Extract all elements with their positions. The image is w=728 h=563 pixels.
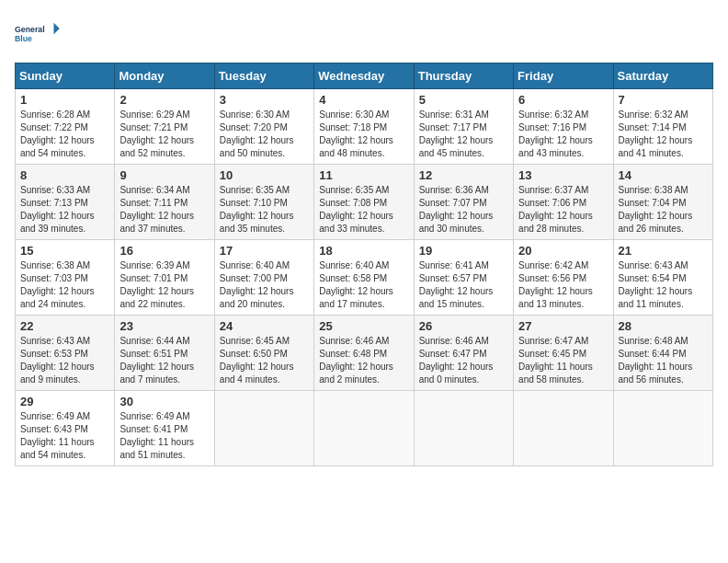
day-number: 10 [220, 168, 309, 182]
cell-sunset: Sunset: 7:17 PM [419, 121, 508, 134]
svg-text:General: General [15, 25, 45, 34]
calendar-cell: 28Sunrise: 6:48 AMSunset: 6:44 PMDayligh… [613, 316, 712, 391]
cell-sunset: Sunset: 7:08 PM [319, 197, 408, 210]
cell-sunset: Sunset: 6:56 PM [518, 272, 608, 285]
calendar-cell [514, 391, 613, 466]
day-number: 27 [518, 319, 608, 333]
cell-daylight: Daylight: 12 hours and 20 minutes. [220, 285, 309, 311]
calendar-cell: 15Sunrise: 6:38 AMSunset: 7:03 PMDayligh… [16, 240, 115, 316]
day-number: 12 [419, 168, 508, 182]
cell-sunset: Sunset: 6:44 PM [619, 348, 708, 361]
day-number: 29 [20, 395, 109, 408]
cell-sunset: Sunset: 7:14 PM [619, 121, 708, 134]
day-number: 17 [220, 244, 309, 258]
cell-sunrise: Sunrise: 6:43 AM [20, 335, 109, 348]
week-row-3: 15Sunrise: 6:38 AMSunset: 7:03 PMDayligh… [16, 240, 713, 316]
day-number: 25 [319, 319, 408, 333]
cell-sunset: Sunset: 7:07 PM [419, 197, 508, 210]
cell-sunset: Sunset: 7:10 PM [220, 197, 309, 210]
cell-sunrise: Sunrise: 6:47 AM [518, 335, 608, 348]
calendar-cell: 25Sunrise: 6:46 AMSunset: 6:48 PMDayligh… [314, 316, 414, 391]
calendar-cell: 4Sunrise: 6:30 AMSunset: 7:18 PMDaylight… [314, 89, 414, 165]
calendar-cell: 26Sunrise: 6:46 AMSunset: 6:47 PMDayligh… [414, 316, 513, 391]
day-number: 13 [518, 168, 608, 182]
cell-sunrise: Sunrise: 6:39 AM [119, 259, 209, 272]
logo: General Blue [15, 15, 61, 52]
col-header-sunday: Sunday [16, 63, 115, 89]
week-row-2: 8Sunrise: 6:33 AMSunset: 7:13 PMDaylight… [16, 165, 713, 240]
cell-sunset: Sunset: 7:01 PM [119, 272, 209, 285]
cell-sunset: Sunset: 6:54 PM [619, 272, 708, 285]
cell-daylight: Daylight: 12 hours and 26 minutes. [619, 210, 708, 236]
cell-daylight: Daylight: 12 hours and 33 minutes. [319, 210, 408, 236]
calendar-cell: 13Sunrise: 6:37 AMSunset: 7:06 PMDayligh… [514, 165, 613, 240]
cell-sunrise: Sunrise: 6:46 AM [419, 335, 508, 348]
day-number: 6 [518, 93, 608, 107]
col-header-friday: Friday [514, 63, 613, 89]
calendar-cell: 18Sunrise: 6:40 AMSunset: 6:58 PMDayligh… [314, 240, 414, 316]
day-number: 23 [119, 319, 209, 333]
calendar-cell [314, 391, 414, 466]
week-row-4: 22Sunrise: 6:43 AMSunset: 6:53 PMDayligh… [16, 316, 713, 391]
calendar-cell: 21Sunrise: 6:43 AMSunset: 6:54 PMDayligh… [613, 240, 712, 316]
calendar-cell: 12Sunrise: 6:36 AMSunset: 7:07 PMDayligh… [414, 165, 513, 240]
cell-sunrise: Sunrise: 6:31 AM [419, 109, 508, 121]
cell-sunrise: Sunrise: 6:35 AM [220, 184, 309, 197]
cell-daylight: Daylight: 12 hours and 35 minutes. [220, 210, 309, 236]
day-number: 8 [20, 168, 109, 182]
calendar-cell: 2Sunrise: 6:29 AMSunset: 7:21 PMDaylight… [115, 89, 214, 165]
cell-sunset: Sunset: 7:20 PM [220, 121, 309, 134]
calendar-cell: 10Sunrise: 6:35 AMSunset: 7:10 PMDayligh… [214, 165, 313, 240]
calendar-cell: 3Sunrise: 6:30 AMSunset: 7:20 PMDaylight… [214, 89, 313, 165]
day-number: 11 [319, 168, 408, 182]
cell-daylight: Daylight: 12 hours and 41 minutes. [619, 134, 708, 160]
day-number: 9 [119, 168, 209, 182]
cell-sunrise: Sunrise: 6:49 AM [20, 410, 109, 423]
day-number: 16 [119, 244, 209, 258]
cell-daylight: Daylight: 12 hours and 9 minutes. [20, 361, 109, 386]
header-row: SundayMondayTuesdayWednesdayThursdayFrid… [16, 63, 713, 89]
calendar-cell: 30Sunrise: 6:49 AMSunset: 6:41 PMDayligh… [115, 391, 214, 466]
calendar-cell: 6Sunrise: 6:32 AMSunset: 7:16 PMDaylight… [514, 89, 613, 165]
cell-sunrise: Sunrise: 6:48 AM [619, 335, 708, 348]
cell-daylight: Daylight: 11 hours and 58 minutes. [518, 361, 608, 386]
day-number: 21 [619, 244, 708, 258]
cell-daylight: Daylight: 12 hours and 22 minutes. [119, 285, 209, 311]
calendar-cell [214, 391, 313, 466]
day-number: 26 [419, 319, 508, 333]
cell-sunrise: Sunrise: 6:41 AM [419, 259, 508, 272]
day-number: 30 [119, 395, 209, 408]
cell-sunset: Sunset: 6:50 PM [220, 348, 309, 361]
calendar-cell: 11Sunrise: 6:35 AMSunset: 7:08 PMDayligh… [314, 165, 414, 240]
calendar-cell: 17Sunrise: 6:40 AMSunset: 7:00 PMDayligh… [214, 240, 313, 316]
cell-sunrise: Sunrise: 6:35 AM [319, 184, 408, 197]
cell-daylight: Daylight: 12 hours and 0 minutes. [419, 361, 508, 386]
cell-sunset: Sunset: 6:57 PM [419, 272, 508, 285]
cell-daylight: Daylight: 12 hours and 37 minutes. [119, 210, 209, 236]
cell-sunset: Sunset: 7:06 PM [518, 197, 608, 210]
day-number: 15 [20, 244, 109, 258]
cell-sunset: Sunset: 7:03 PM [20, 272, 109, 285]
cell-daylight: Daylight: 12 hours and 11 minutes. [619, 285, 708, 311]
cell-sunrise: Sunrise: 6:42 AM [518, 259, 608, 272]
day-number: 3 [220, 93, 309, 107]
cell-sunrise: Sunrise: 6:44 AM [119, 335, 209, 348]
cell-daylight: Daylight: 12 hours and 30 minutes. [419, 210, 508, 236]
cell-daylight: Daylight: 11 hours and 56 minutes. [619, 361, 708, 386]
calendar-cell: 27Sunrise: 6:47 AMSunset: 6:45 PMDayligh… [514, 316, 613, 391]
day-number: 20 [518, 244, 608, 258]
calendar-cell: 16Sunrise: 6:39 AMSunset: 7:01 PMDayligh… [115, 240, 214, 316]
cell-sunrise: Sunrise: 6:38 AM [20, 259, 109, 272]
cell-sunrise: Sunrise: 6:28 AM [20, 109, 109, 121]
day-number: 4 [319, 93, 408, 107]
cell-sunrise: Sunrise: 6:29 AM [119, 109, 209, 121]
col-header-thursday: Thursday [414, 63, 513, 89]
cell-sunrise: Sunrise: 6:30 AM [319, 109, 408, 121]
day-number: 14 [619, 168, 708, 182]
cell-sunset: Sunset: 6:51 PM [119, 348, 209, 361]
cell-sunrise: Sunrise: 6:45 AM [220, 335, 309, 348]
cell-sunrise: Sunrise: 6:38 AM [619, 184, 708, 197]
cell-sunset: Sunset: 6:41 PM [119, 423, 209, 436]
cell-daylight: Daylight: 12 hours and 28 minutes. [518, 210, 608, 236]
col-header-tuesday: Tuesday [214, 63, 313, 89]
